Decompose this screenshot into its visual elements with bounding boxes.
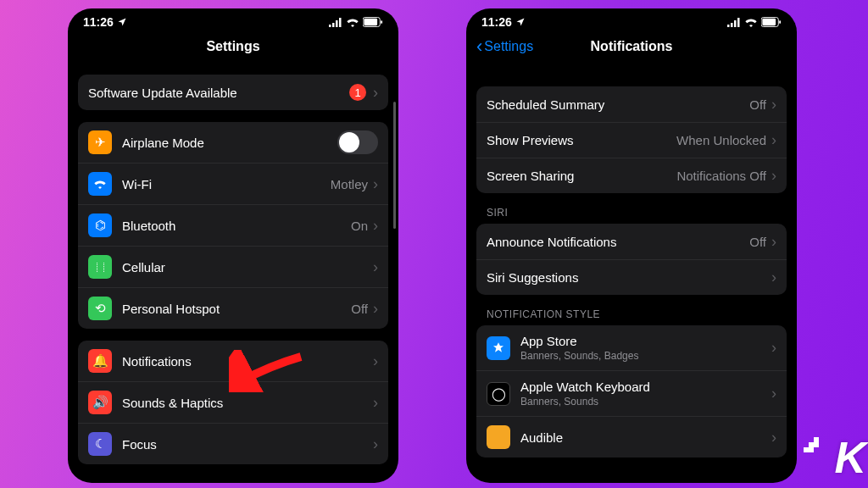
svg-rect-5 [364,19,377,25]
airplane-toggle[interactable] [337,130,378,154]
row-label: App Store [520,334,771,348]
nav-bar: Settings [68,30,398,63]
moon-icon: ☾ [88,432,112,456]
svg-rect-0 [329,25,331,27]
row-siri-suggestions[interactable]: Siri Suggestions › [476,259,787,295]
chevron-right-icon: › [771,131,776,149]
airplane-icon: ✈ [88,130,112,154]
row-label: Audible [520,430,771,445]
cellular-icon [727,18,741,27]
chevron-right-icon: › [771,429,776,446]
svg-rect-10 [737,18,740,27]
phone-notifications: 11:26 ‹ Settings Notifications Scheduled… [466,8,797,483]
row-label: Bluetooth [122,219,351,233]
phone-settings: 11:26 Settings Software Update Available… [68,8,398,483]
chevron-right-icon: › [373,300,378,318]
row-cellular[interactable]: ⸽⸽ Cellular › [78,246,388,287]
row-label: Personal Hotspot [122,302,351,316]
row-sublabel: Banners, Sounds [520,396,771,408]
row-label: Screen Sharing [487,169,676,183]
location-icon [117,17,127,27]
row-value: When Unlocked [676,133,766,147]
battery-icon [363,17,383,27]
row-sublabel: Banners, Sounds, Badges [520,350,771,362]
row-label: Wi-Fi [122,177,331,191]
status-bar: 11:26 [466,8,797,30]
chevron-right-icon: › [373,394,378,412]
row-scheduled-summary[interactable]: Scheduled Summary Off › [476,86,787,122]
chevron-right-icon: › [771,167,776,185]
svg-rect-8 [731,23,733,27]
row-label: Focus [122,437,373,452]
row-label: Software Update Available [88,86,349,100]
svg-rect-9 [734,20,737,27]
row-value: On [351,219,368,233]
row-wifi[interactable]: Wi-Fi Motley › [78,163,388,204]
row-sounds[interactable]: 🔊 Sounds & Haptics › [78,381,388,423]
chevron-right-icon: › [771,233,776,251]
watermark-logo: K [834,432,863,483]
cellular-icon: ⸽⸽ [88,255,112,279]
nav-bar: ‹ Settings Notifications [466,30,797,63]
location-icon [515,17,526,27]
audible-icon [487,425,510,449]
status-time: 11:26 [481,15,512,29]
update-badge: 1 [349,84,366,101]
speaker-icon: 🔊 [88,391,112,414]
row-label: Notifications [122,354,373,369]
section-header-siri: SIRI [476,193,787,224]
row-label: Sounds & Haptics [122,396,373,410]
chevron-right-icon: › [373,175,378,193]
bluetooth-icon: ⌬ [88,214,112,237]
row-software-update[interactable]: Software Update Available 1 › [78,75,388,110]
row-value: Off [749,235,766,249]
row-label: Show Previews [487,133,676,147]
wifi-icon [88,172,112,196]
row-bluetooth[interactable]: ⌬ Bluetooth On › [78,204,388,246]
scrollbar[interactable] [393,102,396,229]
chevron-right-icon: › [771,385,776,402]
row-hotspot[interactable]: ⟲ Personal Hotspot Off › [78,287,388,329]
row-airplane-mode[interactable]: ✈ Airplane Mode [78,122,388,163]
row-value: Off [749,97,766,112]
svg-rect-1 [332,23,335,27]
status-time: 11:26 [83,15,114,29]
row-show-previews[interactable]: Show Previews When Unlocked › [476,122,787,158]
row-label: Announce Notifications [487,235,749,249]
row-notifications[interactable]: 🔔 Notifications › [78,341,388,381]
battery-icon [761,17,782,27]
chevron-right-icon: › [373,435,378,453]
svg-rect-3 [339,18,342,27]
chevron-right-icon: › [771,269,776,286]
page-title: Notifications [591,39,673,54]
row-announce-notifications[interactable]: Announce Notifications Off › [476,224,787,259]
chevron-right-icon: › [771,96,776,114]
wifi-icon [346,17,359,27]
row-label: Scheduled Summary [487,97,749,112]
row-focus[interactable]: ☾ Focus › [78,423,388,464]
row-value: Motley [331,177,368,191]
hotspot-icon: ⟲ [88,297,112,320]
chevron-left-icon: ‹ [476,36,482,58]
row-screen-sharing[interactable]: Screen Sharing Notifications Off › [476,158,787,193]
wifi-icon [744,17,758,27]
status-bar: 11:26 [68,8,398,30]
row-label: Airplane Mode [122,136,337,150]
chevron-right-icon: › [373,352,378,370]
back-button[interactable]: ‹ Settings [476,36,533,58]
page-title: Settings [206,39,259,54]
watch-icon: ◯ [487,382,510,406]
chevron-right-icon: › [373,217,378,235]
row-apple-watch-keyboard[interactable]: ◯ Apple Watch Keyboard Banners, Sounds › [476,370,787,416]
back-label: Settings [484,39,533,54]
chevron-right-icon: › [373,84,378,102]
row-value: Notifications Off [676,169,766,183]
bell-icon: 🔔 [88,349,112,373]
row-app-store[interactable]: App Store Banners, Sounds, Badges › [476,325,787,370]
row-label: Apple Watch Keyboard [520,380,771,394]
cellular-icon [329,18,342,27]
row-value: Off [351,302,368,316]
chevron-right-icon: › [771,339,776,357]
row-audible[interactable]: Audible › [476,416,787,458]
row-label: Cellular [122,260,373,274]
